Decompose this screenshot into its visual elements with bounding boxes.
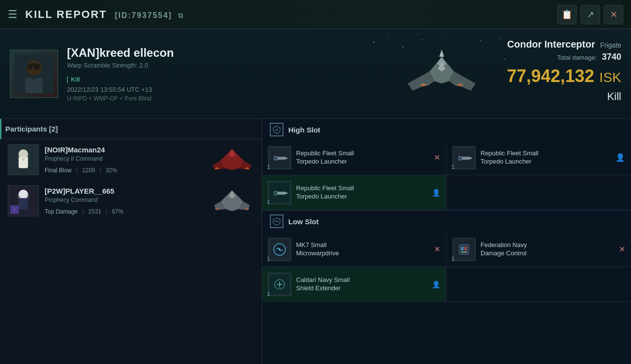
avatar-svg [15, 54, 53, 93]
kill-type-badge: Kill [67, 76, 80, 83]
kill-datetime: 2022/12/23 13:55:54 UTC +13 [67, 86, 203, 93]
slot-icon [268, 181, 291, 204]
isk-label: ISK [599, 70, 621, 85]
svg-rect-71 [465, 247, 467, 250]
svg-point-7 [499, 38, 500, 39]
slot-destroy-icon: ✕ [434, 153, 440, 162]
avatar-inner [11, 50, 57, 97]
slot-destroy-icon: ✕ [619, 245, 625, 254]
ship-display [349, 29, 534, 118]
svg-rect-54 [461, 157, 470, 160]
menu-icon[interactable]: ☰ [8, 8, 17, 21]
torpedo-launcher-icon [454, 148, 474, 167]
svg-rect-70 [461, 247, 464, 250]
svg-point-57 [459, 157, 462, 160]
header-title: KILL REPORT [ID:7937554] ⧉ [25, 8, 557, 21]
low-slot-icon [270, 215, 283, 228]
shield-low-icon [272, 217, 281, 226]
kill-type-label: Kill [507, 90, 621, 103]
ship1-svg [210, 147, 254, 173]
corp-badge-2: i [10, 205, 19, 214]
warp-scramble: Warp Scramble Strength: 2.0 [67, 62, 203, 69]
participant-corp-2: Prophecy Command [45, 197, 206, 203]
shield-extender-icon [270, 275, 289, 294]
slot-name: Republic Fleet SmallTorpedo Launcher [481, 149, 611, 166]
participant-info-1: [NOIR]Macman24 Prophecy II Command Final… [45, 146, 206, 174]
svg-point-62 [274, 192, 277, 195]
slot-qty: 1 [267, 199, 270, 205]
svg-marker-16 [449, 71, 476, 91]
clipboard-button[interactable]: 📋 [557, 5, 577, 24]
high-slot-header: High Slot [262, 119, 631, 140]
slot-qty: 1 [451, 164, 454, 170]
torpedo-launcher-icon [270, 148, 289, 167]
slot-item-empty [447, 267, 631, 302]
ship-silhouette-svg [364, 35, 519, 113]
svg-point-52 [274, 157, 277, 160]
participant-avatar-1 [8, 144, 39, 175]
low-slot-header: Low Slot [262, 210, 631, 232]
mwd-icon [270, 240, 289, 259]
participants-header: Participants [2] [0, 119, 262, 139]
slot-icon [268, 273, 291, 296]
svg-rect-24 [27, 66, 33, 69]
svg-point-2 [402, 47, 403, 48]
slot-qty: 1 [267, 291, 270, 297]
participants-panel: Participants [2] [NOIR]Macman24 Prophecy… [0, 119, 262, 364]
svg-point-36 [215, 167, 219, 169]
svg-point-37 [245, 167, 249, 169]
slot-item[interactable]: 1 Republic Fleet SmallTorpedo Launcher ✕ [262, 140, 447, 175]
high-slot-icon [270, 123, 283, 136]
participant-ship-1 [210, 145, 254, 174]
high-slot-grid: 1 Republic Fleet SmallTorpedo Launcher ✕… [262, 140, 631, 210]
svg-point-19 [457, 83, 463, 86]
participant1-avatar-svg [8, 144, 38, 175]
fittings-panel: High Slot 1 Republic Fleet SmallTorpedo … [262, 119, 631, 364]
participant-info-2: [P2W]PLAYER__665 Prophecy Command Top Da… [45, 187, 206, 215]
ship2-svg [210, 188, 254, 215]
slot-item[interactable]: 1 MK7 SmallMicrowarpdrive ✕ [262, 232, 447, 267]
export-button[interactable]: ↗ [581, 5, 600, 24]
slot-person-icon: 👤 [432, 281, 440, 288]
slot-item[interactable]: 1 Republic Fleet SmallTorpedo Launcher 👤 [447, 140, 631, 175]
kill-banner: [XAN]kreed ellecon Warp Scramble Strengt… [0, 29, 631, 119]
participant-corp-1: Prophecy II Command [45, 155, 206, 162]
slot-item[interactable]: 1 Federation NavyDamage Control ✕ [447, 232, 631, 267]
high-slot-label: High Slot [288, 126, 320, 134]
slot-item[interactable]: 1 Caldari Navy SmallShield Extender 👤 [262, 267, 447, 302]
svg-point-47 [245, 208, 249, 210]
svg-rect-41 [18, 198, 28, 209]
low-slot-grid: 1 MK7 SmallMicrowarpdrive ✕ 1 Federation [262, 232, 631, 302]
low-slot-label: Low Slot [288, 217, 319, 226]
kill-info-left: [XAN]kreed ellecon Warp Scramble Strengt… [67, 46, 203, 102]
slot-name: Republic Fleet SmallTorpedo Launcher [296, 149, 429, 166]
slot-qty: 1 [267, 164, 270, 170]
slot-icon [452, 238, 476, 261]
svg-point-67 [279, 248, 281, 250]
slot-name: Republic Fleet SmallTorpedo Launcher [296, 184, 427, 201]
close-button[interactable]: ✕ [604, 5, 623, 24]
svg-point-1 [388, 38, 389, 39]
slot-qty: 1 [451, 256, 454, 262]
participant-row[interactable]: i [P2W]PLAYER__665 Prophecy Command Top … [0, 181, 262, 222]
total-damage-label: Total damage: [557, 54, 597, 61]
slot-icon [268, 238, 291, 261]
kill-location: U-INPD < WMP-OF < Pure Blind [67, 95, 203, 102]
svg-point-46 [215, 208, 219, 210]
svg-marker-15 [408, 71, 434, 91]
slot-qty: 1 [267, 256, 270, 262]
slot-survive-icon: 👤 [615, 153, 625, 162]
header-icons: 📋 ↗ ✕ [557, 5, 623, 24]
participant-name-2: [P2W]PLAYER__665 [45, 187, 206, 195]
slot-name: MK7 SmallMicrowarpdrive [296, 241, 429, 258]
slot-destroy-icon: ✕ [434, 245, 440, 254]
shield-icon [272, 125, 281, 134]
total-damage-value: 3740 [602, 52, 621, 62]
slot-name: Federation NavyDamage Control [481, 241, 614, 258]
slot-item[interactable]: 1 Republic Fleet SmallTorpedo Launcher 👤 [262, 175, 447, 210]
svg-point-4 [441, 37, 442, 38]
ship-class: Frigate [600, 41, 621, 49]
svg-rect-59 [277, 192, 285, 195]
participant-row[interactable]: [NOIR]Macman24 Prophecy II Command Final… [0, 139, 262, 181]
svg-point-0 [373, 42, 374, 43]
